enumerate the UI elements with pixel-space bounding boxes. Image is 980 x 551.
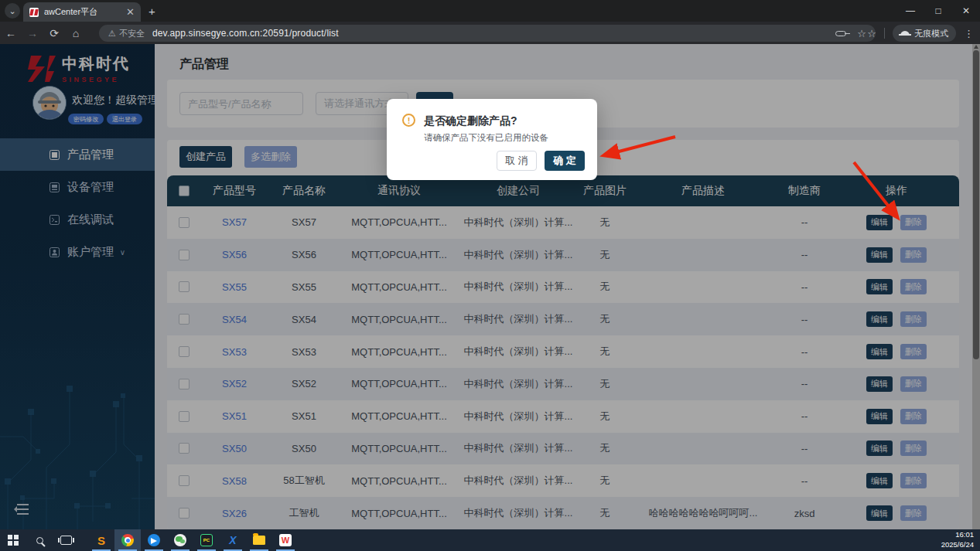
taskbar-app-pycharm[interactable]: PC: [193, 529, 220, 551]
chrome-icon: [121, 534, 134, 546]
divider: [884, 28, 885, 39]
taskbar-clock[interactable]: 16:01 2025/6/24: [941, 530, 974, 550]
browser-navbar: ← → ⟳ ⌂ ⚠ 不安全 dev.app.sinsegye.com.cn:20…: [0, 22, 980, 44]
taskbar-app-dingtalk[interactable]: [141, 529, 167, 551]
incognito-icon: [900, 31, 910, 36]
warning-icon: !: [402, 114, 415, 127]
site-favicon: [29, 8, 39, 17]
incognito-badge: 无痕模式: [893, 25, 956, 42]
maximize-button[interactable]: □: [924, 0, 952, 22]
file-explorer-icon: [253, 536, 265, 545]
confirm-button[interactable]: 确 定: [545, 151, 585, 171]
clock-date: 2025/6/24: [941, 540, 974, 550]
clock-time: 16:01: [941, 530, 974, 540]
tab-title: awCenter平台: [44, 6, 121, 18]
taskbar-search-button[interactable]: [26, 529, 53, 551]
taskbar-app-sublime[interactable]: S: [88, 529, 114, 551]
browser-tabstrip: ⌄ awCenter平台 ✕ + — □ ✕: [0, 0, 980, 22]
bookmark-star-icon[interactable]: ☆: [857, 28, 866, 39]
xshell-icon: X: [229, 534, 236, 546]
screen: ⌄ awCenter平台 ✕ + — □ ✕ ← → ⟳ ⌂ ⚠ 不安全 dev…: [0, 0, 980, 551]
windows-logo-icon: [8, 535, 19, 546]
search-icon: [36, 537, 43, 544]
security-warning[interactable]: ⚠ 不安全: [108, 28, 145, 39]
tab-search-chevron-icon[interactable]: ⌄: [5, 3, 20, 19]
tab-close-icon[interactable]: ✕: [126, 6, 135, 18]
url-text[interactable]: dev.app.sinsegye.com.cn:20591/product/li…: [152, 28, 339, 39]
task-view-icon: [60, 536, 72, 545]
back-icon[interactable]: ←: [0, 27, 22, 39]
home-icon[interactable]: ⌂: [65, 27, 87, 39]
window-controls: — □ ✕: [896, 0, 980, 22]
taskbar-app-chrome[interactable]: [114, 529, 141, 551]
browser-tab[interactable]: awCenter平台 ✕: [23, 2, 141, 22]
start-button[interactable]: [0, 529, 26, 551]
extension-star-icon[interactable]: ☆: [867, 28, 876, 39]
address-bar[interactable]: ⚠ 不安全 dev.app.sinsegye.com.cn:20591/prod…: [99, 25, 876, 42]
new-tab-button[interactable]: +: [149, 5, 155, 18]
taskbar-app-xshell[interactable]: X: [220, 529, 246, 551]
pycharm-icon: PC: [200, 534, 213, 546]
taskbar: S PC X W 16:01 2025/6/24: [0, 529, 980, 551]
browser-menu-icon[interactable]: ⋮: [964, 28, 974, 39]
task-view-button[interactable]: [53, 529, 79, 551]
taskbar-app-wechat[interactable]: [167, 529, 193, 551]
dingtalk-icon: [148, 534, 160, 546]
dialog-title: 是否确定删除产品?: [424, 114, 517, 128]
taskbar-app-wps[interactable]: W: [272, 529, 299, 551]
wps-icon: W: [279, 534, 292, 546]
delete-confirm-dialog: ! 是否确定删除产品? 请确保产品下没有已启用的设备 取 消 确 定: [387, 99, 597, 180]
forward-icon[interactable]: →: [22, 27, 43, 39]
minimize-button[interactable]: —: [896, 0, 924, 22]
dialog-subtitle: 请确保产品下没有已启用的设备: [424, 132, 548, 144]
taskbar-app-file-explorer[interactable]: [246, 529, 272, 551]
close-button[interactable]: ✕: [952, 0, 980, 22]
sublime-icon: S: [97, 534, 105, 547]
cancel-button[interactable]: 取 消: [497, 151, 537, 171]
reload-icon[interactable]: ⟳: [43, 27, 65, 39]
wechat-icon: [174, 534, 186, 546]
password-key-icon[interactable]: [835, 31, 846, 36]
